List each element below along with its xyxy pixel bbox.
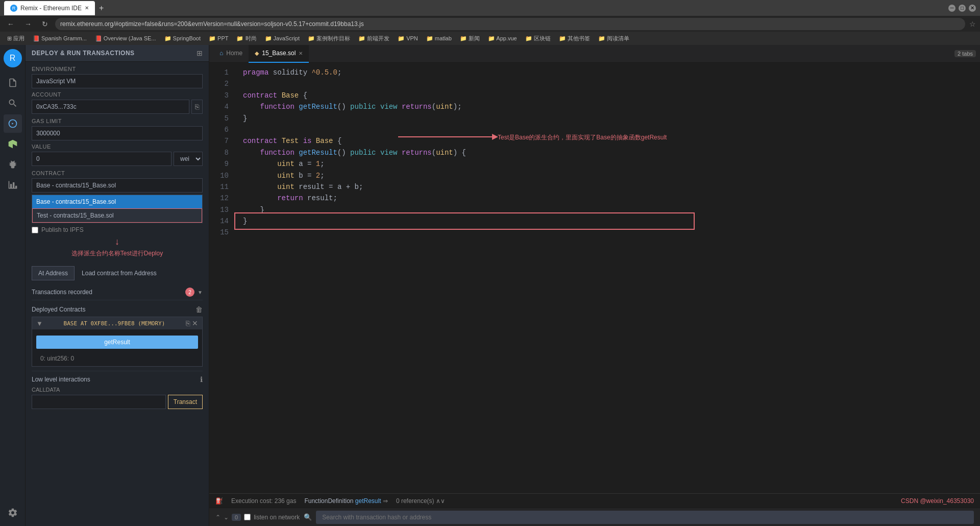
bookmark-ppt[interactable]: 📁 PPT	[206, 34, 231, 43]
minimize-button[interactable]: ─	[948, 5, 955, 12]
contract-methods: getResult 0: uint256: 0	[32, 329, 202, 366]
exec-bar: ⛽ Execution cost: 236 gas FunctionDefini…	[209, 493, 980, 508]
listen-chevron-down[interactable]: ⌄	[224, 514, 229, 521]
line-num-3: 3	[209, 90, 229, 101]
home-tab-label: Home	[226, 50, 242, 57]
window-controls: ─ □ ✕	[948, 5, 976, 12]
sidebar-icon-settings[interactable]	[4, 504, 22, 522]
bookmark-blockchain[interactable]: 📁 区块链	[522, 34, 554, 43]
address-button-row: At Address Load contract from Address	[32, 266, 203, 280]
browser-tab-remix[interactable]: R Remix - Ethereum IDE ✕	[4, 1, 95, 15]
sidebar-icon-debug[interactable]	[4, 155, 22, 174]
browser-tab-close[interactable]: ✕	[85, 5, 89, 11]
listen-chevron-up[interactable]: ⌃	[215, 514, 220, 521]
bookmark-appvue[interactable]: 📁 App.vue	[485, 34, 520, 43]
listen-label: listen on network	[254, 514, 300, 521]
contract-section-label: CONTRACT	[32, 170, 203, 176]
getresult-method-button[interactable]: getResult	[36, 336, 198, 349]
bookmark-java[interactable]: 📕 Overview (Java SE...	[92, 34, 159, 43]
bookmark-fashion[interactable]: 📁 时尚	[233, 34, 259, 43]
value-unit-select[interactable]: wei	[174, 152, 203, 166]
function-def: FunctionDefinition getResult ⇒	[304, 497, 387, 505]
maximize-button[interactable]: □	[959, 5, 966, 12]
bookmark-reading[interactable]: 📁 阅读清单	[595, 34, 632, 43]
sidebar-icon-search[interactable]	[4, 94, 22, 112]
transact-button[interactable]: Transact	[168, 395, 203, 409]
environment-select[interactable]: JavaScript VM	[32, 74, 203, 88]
ref-expand[interactable]: ∧∨	[436, 497, 445, 505]
back-button[interactable]: ←	[4, 19, 17, 29]
bookmark-cases[interactable]: 📁 案例制作目标	[305, 34, 353, 43]
bookmark-js[interactable]: 📁 JavaScript	[262, 34, 303, 43]
sidebar-icon-verify[interactable]	[4, 135, 22, 153]
listen-checkbox[interactable]	[244, 514, 251, 520]
sidebar-icon-analytics[interactable]	[4, 176, 22, 194]
forward-button[interactable]: →	[21, 19, 35, 29]
file-tab-close[interactable]: ✕	[299, 51, 303, 56]
reload-button[interactable]: ↻	[39, 19, 51, 29]
code-line-15	[243, 227, 972, 238]
value-input[interactable]	[32, 152, 172, 166]
bookmark-spanish[interactable]: 📕 Spanish Gramm...	[30, 34, 90, 43]
transactions-expand[interactable]: ▼	[198, 290, 203, 295]
bookmark-frontend[interactable]: 📁 前端开发	[355, 34, 393, 43]
panel-icon-button[interactable]: ⊞	[197, 49, 203, 57]
line-num-13: 13	[209, 204, 229, 216]
bookmark-news[interactable]: 📁 新闻	[457, 34, 483, 43]
low-level-header: Low level interactions ℹ	[32, 375, 203, 384]
deployed-header: Deployed Contracts 🗑	[32, 302, 203, 317]
copy-contract-address-button[interactable]: ⎘	[186, 319, 190, 327]
bookmark-icon: ☆	[969, 20, 976, 28]
new-tab-button[interactable]: +	[99, 4, 104, 13]
gas-limit-input[interactable]	[32, 126, 203, 140]
environment-label: ENVIRONMENT	[32, 66, 203, 72]
editor-tabs: ⌂ Home ◆ 15_Base.sol ✕ 2 tabs	[209, 45, 980, 63]
bookmark-apps[interactable]: ⊞ 应用	[4, 34, 28, 43]
contract-instance-btns: ⎘ ✕	[186, 319, 198, 327]
sidebar-icon-files[interactable]	[4, 74, 22, 92]
copy-account-button[interactable]: ⎘	[191, 100, 203, 114]
code-content[interactable]: pragma solidity ^0.5.0; contract Base { …	[235, 63, 980, 493]
code-line-1: pragma solidity ^0.5.0;	[243, 67, 972, 78]
dropdown-item-base[interactable]: Base - contracts/15_Base.sol	[32, 195, 202, 208]
bookmark-spring[interactable]: 📁 SpringBoot	[161, 34, 204, 43]
code-line-4: function getResult() public view returns…	[243, 101, 972, 112]
line-num-15: 15	[209, 227, 229, 238]
account-input[interactable]	[32, 100, 189, 114]
calldata-input[interactable]	[32, 395, 166, 409]
at-address-button[interactable]: At Address	[32, 266, 75, 280]
low-level-section: Low level interactions ℹ CALLDATA Transa…	[32, 371, 203, 409]
close-button[interactable]: ✕	[969, 5, 976, 12]
home-icon: ⌂	[219, 50, 223, 57]
publish-ipfs-checkbox[interactable]	[32, 227, 38, 233]
search-input[interactable]	[316, 511, 974, 524]
listen-count: 0	[232, 514, 241, 521]
url-input[interactable]	[55, 18, 965, 30]
search-bar: ⌃ ⌄ 0 listen on network 🔍	[209, 508, 980, 526]
sidebar-icon-deploy[interactable]	[4, 114, 22, 133]
bookmark-matlab[interactable]: 📁 matlab	[423, 34, 455, 43]
contract-instance-collapse[interactable]: ▼	[36, 320, 43, 327]
load-contract-button[interactable]: Load contract from Address	[78, 266, 161, 280]
remove-contract-button[interactable]: ✕	[192, 319, 198, 327]
panel-title: DEPLOY & RUN TRANSACTIONS	[32, 50, 135, 57]
editor-tab-home[interactable]: ⌂ Home	[213, 45, 249, 63]
contract-select[interactable]: Base - contracts/15_Base.sol	[32, 178, 203, 193]
code-editor[interactable]: Test是Base的派生合约，里面实现了Base的抽象函数getResult 1…	[209, 63, 980, 493]
watermark: CSDN @weixin_46353030	[901, 497, 974, 505]
line-num-12: 12	[209, 193, 229, 204]
bookmark-vpn[interactable]: 📁 VPN	[395, 34, 421, 43]
bookmark-others[interactable]: 📁 其他书签	[556, 34, 593, 43]
contract-select-wrapper: Base - contracts/15_Base.sol	[32, 178, 203, 193]
line-num-2: 2	[209, 78, 229, 89]
address-bar: ← → ↻ ☆	[0, 16, 980, 32]
delete-all-contracts-button[interactable]: 🗑	[195, 305, 203, 314]
code-line-5: }	[243, 113, 972, 124]
arrow-down-indicator: ↓	[115, 236, 119, 247]
dropdown-item-test[interactable]: Test - contracts/15_Base.sol	[32, 208, 202, 223]
info-button[interactable]: ℹ	[200, 375, 203, 384]
transact-row: Transact	[32, 395, 203, 409]
deployed-contracts-section: Deployed Contracts 🗑 ▼ BASE AT 0XF8E...9…	[32, 302, 203, 367]
result-row: 0: uint256: 0	[36, 353, 198, 364]
editor-tab-file[interactable]: ◆ 15_Base.sol ✕	[249, 45, 309, 63]
